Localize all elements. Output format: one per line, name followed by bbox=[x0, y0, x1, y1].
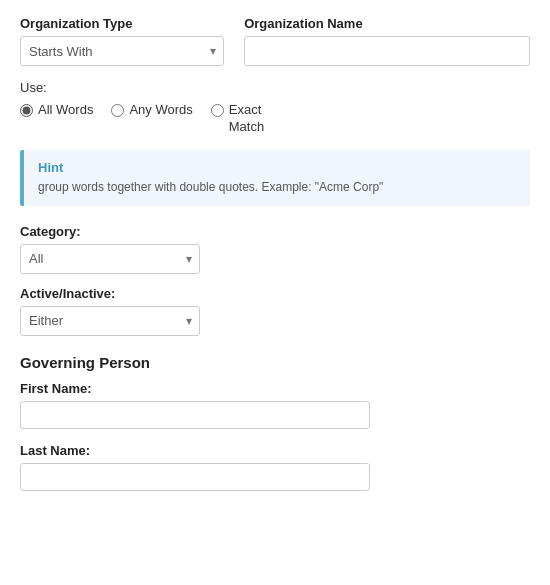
active-inactive-select-wrapper: Either Active Inactive bbox=[20, 306, 200, 336]
radio-exact-match[interactable]: ExactMatch bbox=[211, 102, 264, 136]
category-select[interactable]: All Type A Type B bbox=[20, 244, 200, 274]
org-name-label: Organization Name bbox=[244, 16, 530, 31]
radio-exact-match-input[interactable] bbox=[211, 104, 224, 117]
governing-person-section: Governing Person First Name: Last Name: bbox=[20, 354, 530, 491]
first-name-input[interactable] bbox=[20, 401, 370, 429]
first-name-label: First Name: bbox=[20, 381, 530, 396]
hint-text: group words together with double quotes.… bbox=[38, 179, 516, 196]
active-inactive-field: Active/Inactive: Either Active Inactive bbox=[20, 286, 530, 336]
hint-box: Hint group words together with double qu… bbox=[20, 150, 530, 206]
hint-title: Hint bbox=[38, 160, 516, 175]
radio-any-words-input[interactable] bbox=[111, 104, 124, 117]
radio-exact-match-label: ExactMatch bbox=[229, 102, 264, 136]
governing-person-title: Governing Person bbox=[20, 354, 530, 371]
last-name-field: Last Name: bbox=[20, 443, 530, 491]
org-type-select-wrapper: Starts With Contains Ends With Equals bbox=[20, 36, 224, 66]
radio-all-words-label: All Words bbox=[38, 102, 93, 119]
radio-all-words[interactable]: All Words bbox=[20, 102, 93, 119]
active-inactive-select[interactable]: Either Active Inactive bbox=[20, 306, 200, 336]
radio-any-words-label: Any Words bbox=[129, 102, 192, 119]
org-type-select[interactable]: Starts With Contains Ends With Equals bbox=[20, 36, 224, 66]
radio-all-words-input[interactable] bbox=[20, 104, 33, 117]
use-radio-group: All Words Any Words ExactMatch bbox=[20, 102, 530, 136]
category-label: Category: bbox=[20, 224, 530, 239]
first-name-field: First Name: bbox=[20, 381, 530, 429]
category-select-wrapper: All Type A Type B bbox=[20, 244, 200, 274]
org-name-input[interactable] bbox=[244, 36, 530, 66]
org-type-label: Organization Type bbox=[20, 16, 224, 31]
use-label: Use: bbox=[20, 80, 530, 95]
radio-any-words[interactable]: Any Words bbox=[111, 102, 192, 119]
category-field: Category: All Type A Type B bbox=[20, 224, 530, 274]
last-name-input[interactable] bbox=[20, 463, 370, 491]
active-inactive-label: Active/Inactive: bbox=[20, 286, 530, 301]
last-name-label: Last Name: bbox=[20, 443, 530, 458]
